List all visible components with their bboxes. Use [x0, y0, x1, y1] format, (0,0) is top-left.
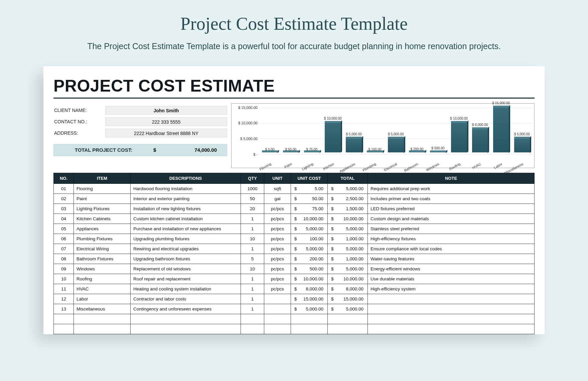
table-cell: 10 [241, 264, 264, 274]
total-cost-label: TOTAL PROJECT COST: [54, 147, 153, 153]
table-cell [368, 294, 535, 304]
chart-bar: Flooring$ 5.00 [260, 150, 280, 152]
client-name-value: John Smith [105, 106, 227, 115]
table-cell: Ensure compliance with local codes [368, 244, 535, 254]
table-cell: $15,000.00 [291, 294, 328, 304]
table-cell: 05 [54, 224, 74, 234]
table-cell [74, 324, 131, 334]
table-header: UNIT COST [291, 173, 328, 183]
bar-value-label: $ 5,000.00 [514, 132, 530, 136]
table-cell [368, 324, 535, 334]
table-cell: sqft [264, 183, 291, 194]
bar-category-label: Paint [284, 162, 293, 169]
table-row: 07Electrical WiringRewiring and electric… [54, 244, 535, 254]
table-cell [328, 314, 368, 324]
client-name-label: CLIENT NAME: [53, 108, 105, 113]
table-cell: 1 [241, 304, 264, 314]
table-cell: 1000 [241, 183, 264, 194]
table-cell: 5 [241, 254, 264, 264]
page-title: Project Cost Estimate Template [33, 13, 555, 34]
table-header: UNIT [264, 173, 291, 183]
table-header: NOTE [368, 173, 535, 183]
table-cell [264, 304, 291, 314]
bar-value-label: $ 10,000.00 [324, 117, 342, 120]
page-subtitle: The Project Cost Estimate Template is a … [33, 40, 555, 53]
table-cell: 09 [54, 264, 74, 274]
table-cell: Lighting Fixtures [74, 204, 131, 214]
table-cell: $75.00 [291, 204, 328, 214]
table-cell: $2,500.00 [328, 194, 368, 204]
table-cell: $10,000.00 [328, 274, 368, 284]
table-cell [74, 314, 131, 324]
table-cell: Plumbing Fixtures [74, 234, 131, 244]
table-cell: $50.00 [291, 194, 328, 204]
table-cell: $8,000.00 [328, 284, 368, 294]
table-cell [264, 314, 291, 324]
chart-bar: Miscellaneou$ 5,000.00 [512, 137, 532, 152]
table-cell: 20 [241, 204, 264, 214]
table-row: 01FlooringHardwood flooring installation… [54, 183, 535, 194]
table-cell: $5,000.00 [328, 244, 368, 254]
table-cell: $8,000.00 [291, 284, 328, 294]
total-cost-amount: 74,000.00 [163, 147, 227, 153]
table-cell: Use durable materials [368, 274, 535, 284]
table-cell: 1 [241, 244, 264, 254]
bar-category-label: Windows [425, 162, 440, 172]
bar-value-label: $ 500.00 [431, 146, 444, 150]
currency-symbol: $ [153, 147, 163, 153]
table-cell [368, 304, 535, 314]
y-axis-tick: $ - [253, 152, 258, 156]
client-info-panel: CLIENT NAME: John Smith CONTACT NO.: 222… [53, 103, 227, 168]
bar-value-label: $ 5.00 [265, 148, 275, 151]
bar-category-label: HVAC [472, 162, 482, 170]
table-cell: 1 [241, 294, 264, 304]
chart-bar: Plumbing$ 100.00 [365, 150, 385, 152]
chart-bar: Labor$ 15,000.00 [491, 106, 511, 152]
table-row: 05AppliancesPurchase and installation of… [54, 224, 535, 234]
table-cell: 03 [54, 204, 74, 214]
table-cell: Stainless steel preferred [368, 224, 535, 234]
table-cell: Labor [74, 294, 131, 304]
table-cell: $5.00 [291, 183, 328, 194]
contact-value: 222 333 5555 [105, 117, 227, 126]
y-axis-tick: $ 5,000.00 [240, 137, 258, 141]
table-cell: Upgrading plumbing fixtures [131, 234, 241, 244]
table-header: NO. [54, 173, 74, 183]
table-row: 13MiscellaneousContingency and unforesee… [54, 304, 535, 314]
table-row: 03Lighting FixturesInstallation of new l… [54, 204, 535, 214]
table-cell: $15,000.00 [328, 294, 368, 304]
table-cell: Hardwood flooring installation [131, 183, 241, 194]
table-cell: pc/pcs [264, 224, 291, 234]
table-cell: Heating and cooling system installation [131, 284, 241, 294]
table-cell: $5,000.00 [291, 304, 328, 314]
table-cell: LED fixtures preferred [368, 204, 535, 214]
y-axis-tick: $ 10,000.00 [238, 121, 258, 125]
table-cell: $5,000.00 [328, 224, 368, 234]
table-cell: 10 [241, 234, 264, 244]
chart-bar: Electrical$ 5,000.00 [386, 137, 406, 152]
chart-bar: Appliances$ 5,000.00 [344, 137, 364, 152]
table-cell: Miscellaneous [74, 304, 131, 314]
bar-category-label: Appliances [339, 162, 356, 173]
address-value: 2222 Hardboar Street 8888 NY [105, 129, 227, 137]
table-cell: pc/pcs [264, 214, 291, 224]
table-cell: pc/pcs [264, 254, 291, 264]
table-cell: Requires additional prep work [368, 183, 535, 194]
table-row: 11HVACHeating and cooling system install… [54, 284, 535, 294]
bar-value-label: $ 8,000.00 [472, 123, 488, 127]
table-cell: $1,500.00 [328, 204, 368, 214]
table-cell: pc/pcs [264, 264, 291, 274]
bar-value-label: $ 15,000.00 [492, 101, 510, 105]
table-cell: 1 [241, 214, 264, 224]
table-cell: $500.00 [291, 264, 328, 274]
table-cell: $10,000.00 [291, 274, 328, 284]
table-cell [291, 314, 328, 324]
table-cell: $1,000.00 [328, 234, 368, 244]
bar-value-label: $ 100.00 [369, 148, 382, 151]
table-cell [54, 314, 74, 324]
table-cell: 01 [54, 183, 74, 194]
table-cell: Roofing [74, 274, 131, 284]
table-header: QTY [241, 173, 264, 183]
table-row: 12LaborContractor and labor costs1$15,00… [54, 294, 535, 304]
table-cell [368, 314, 535, 324]
